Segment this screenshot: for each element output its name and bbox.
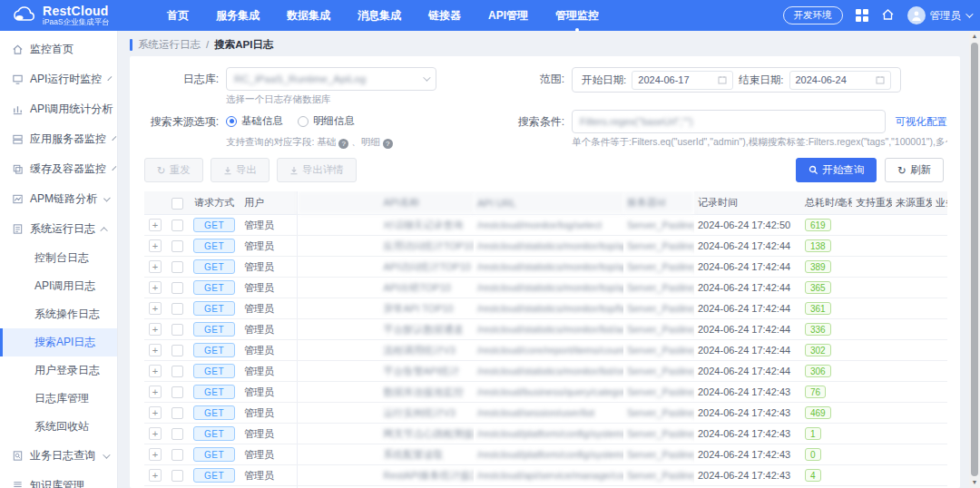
table-row: + GET 管理员 RestAPI服务统计接口 /restcloud/api/s… [144, 465, 947, 486]
row-checkbox[interactable] [172, 282, 183, 294]
sidebar-item-knowledge-base[interactable]: 知识库管理 [0, 471, 117, 488]
condition-input[interactable]: Filters.regex("baseUrl","") [572, 110, 886, 133]
end-date-input[interactable]: 2024-06-24 [789, 71, 891, 90]
server-cell: Server_Pasline_01 [627, 282, 694, 293]
sidebar-item-api-call-logs[interactable]: API调用日志 [0, 272, 117, 300]
brand-name: RestCloud [43, 5, 110, 18]
visual-config-link[interactable]: 可视化配置 [895, 110, 947, 133]
row-checkbox[interactable] [172, 220, 183, 231]
nav-item-message-integration[interactable]: 消息集成 [356, 5, 403, 26]
request-method-badge: GET [193, 364, 235, 378]
sidebar-item-console-logs[interactable]: 控制台日志 [0, 244, 117, 272]
row-checkbox[interactable] [172, 261, 183, 273]
row-checkbox[interactable] [172, 366, 183, 377]
radio-detail-info[interactable]: 明细信息 [298, 114, 355, 128]
nav-item-service-integration[interactable]: 服务集成 [214, 5, 261, 26]
resend-support-cell [852, 424, 892, 444]
expand-row-button[interactable]: + [149, 344, 162, 356]
sidebar-item-cache-container-monitor[interactable]: 缓存及容器监控 [0, 154, 117, 184]
table-row: + GET 管理员 网关节点心跳检测接口 /restcloud/platform… [144, 424, 947, 444]
sidebar-item-search-api-logs[interactable]: 搜索API日志 [0, 328, 117, 356]
export-detail-button[interactable]: 导出详情 [277, 158, 357, 182]
nav-item-home[interactable]: 首页 [165, 5, 191, 26]
scrollbar-thumb[interactable] [971, 43, 978, 476]
resend-button[interactable]: ↻重发 [144, 158, 203, 182]
table-body: + GET 管理员 对话聊天记录查询 /restcloud/monitor/lo… [144, 215, 947, 488]
start-date-input[interactable]: 2024-06-17 [632, 71, 733, 90]
table-row: + GET 管理员 运行实例统计V3 /restcloud/session/us… [144, 403, 947, 424]
row-checkbox[interactable] [172, 324, 183, 336]
refresh-button[interactable]: ↻刷新 [885, 158, 944, 182]
start-query-button[interactable]: 开始查询 [796, 158, 877, 182]
resend-support-cell [852, 403, 892, 424]
logdb-select[interactable]: RC_iPaaS_Runtime_ApiLog [226, 67, 436, 91]
expand-row-button[interactable]: + [149, 406, 162, 419]
record-time-cell: 2024-06-24 17:42:43 [694, 424, 801, 444]
business-tag-cell [932, 424, 947, 444]
user-menu[interactable]: 管理员 [907, 6, 972, 24]
question-icon[interactable]: ? [338, 139, 348, 149]
brand[interactable]: RestCloud iPaaS企业集成平台 [13, 5, 149, 26]
sidebar-item-apm-trace-analysis[interactable]: APM链路分析 [0, 184, 117, 214]
vertical-scrollbar[interactable]: ▲ ▼ [969, 31, 980, 488]
sidebar-item-business-log-query[interactable]: 业务日志查询 [0, 441, 117, 471]
expand-row-button[interactable]: + [149, 365, 162, 377]
api-url-cell: /restcloud/core/report/items/count [477, 345, 623, 356]
expand-row-button[interactable]: + [149, 448, 162, 461]
log-table-wrap: 请求方式 用户 API名称 API URL 服务器Id 记录时间 总耗时/毫秒 … [144, 191, 947, 488]
question-icon[interactable]: ? [383, 139, 393, 149]
api-name-cell: 系统配置读取 [384, 449, 444, 460]
row-checkbox[interactable] [172, 449, 183, 461]
sidebar-item-system-recycle-bin[interactable]: 系统回收站 [0, 413, 117, 441]
sidebar-item-api-runtime-monitor[interactable]: API运行时监控 [0, 64, 117, 94]
range-label: 范围: [514, 67, 572, 91]
calendar-icon [718, 75, 727, 84]
row-checkbox[interactable] [172, 470, 183, 482]
expand-row-button[interactable]: + [149, 239, 162, 252]
home-icon[interactable] [881, 8, 895, 24]
user-cell: 管理员 [240, 382, 297, 403]
breadcrumb-parent[interactable]: 系统运行日志 [138, 38, 201, 52]
source-options-label: 搜索来源选项: [144, 110, 226, 133]
apps-grid-icon[interactable] [856, 9, 868, 22]
nav-item-api-management[interactable]: API管理 [486, 5, 530, 26]
sidebar-item-user-login-logs[interactable]: 用户登录日志 [0, 356, 117, 385]
api-name-cell: 平台告警API统计 [384, 366, 460, 376]
scroll-down-arrow[interactable]: ▼ [972, 477, 978, 488]
record-time-cell: 2024-06-24 17:42:44 [694, 298, 801, 319]
export-button[interactable]: 导出 [211, 158, 270, 182]
server-cell: Server_Pasline_01 [627, 220, 694, 230]
sidebar-item-api-stats-analysis[interactable]: API调用统计分析 [0, 94, 117, 124]
expand-row-button[interactable]: + [149, 219, 162, 231]
sidebar-item-app-server-monitor[interactable]: 应用服务器监控 [0, 124, 117, 154]
sidebar-item-system-operation-logs[interactable]: 系统操作日志 [0, 300, 117, 328]
resend-source-cell [892, 465, 932, 486]
row-checkbox[interactable] [172, 345, 183, 356]
expand-row-button[interactable]: + [149, 302, 162, 315]
api-name-cell: 数据库连接池监控 [384, 386, 464, 397]
select-all-checkbox[interactable] [172, 198, 183, 210]
scroll-up-arrow[interactable]: ▲ [972, 31, 978, 42]
env-badge[interactable]: 开发环境 [783, 6, 843, 24]
user-cell: 管理员 [240, 319, 297, 340]
row-checkbox[interactable] [172, 407, 183, 419]
expand-row-button[interactable]: + [149, 427, 162, 440]
row-checkbox[interactable] [172, 428, 183, 440]
api-url-cell: /restcloud/platform/config/system/param [477, 428, 623, 439]
row-checkbox[interactable] [172, 240, 183, 252]
expand-row-button[interactable]: + [149, 386, 162, 398]
nav-item-connector[interactable]: 链接器 [426, 5, 463, 26]
row-checkbox[interactable] [172, 386, 183, 398]
expand-row-button[interactable]: + [149, 469, 162, 482]
expand-row-button[interactable]: + [149, 323, 162, 336]
nav-item-management-monitor[interactable]: 管理监控 [554, 5, 601, 26]
table-row: + GET 管理员 系统配置读取 /restcloud/platform/con… [144, 444, 947, 465]
sidebar-item-log-db-management[interactable]: 日志库管理 [0, 385, 117, 413]
row-checkbox[interactable] [172, 303, 183, 315]
sidebar-item-monitor-home[interactable]: 监控首页 [0, 34, 117, 64]
sidebar-item-system-run-logs[interactable]: 系统运行日志 [0, 214, 117, 244]
radio-basic-info[interactable]: 基础信息 [226, 114, 283, 128]
nav-item-data-integration[interactable]: 数据集成 [285, 5, 332, 26]
expand-row-button[interactable]: + [149, 281, 162, 294]
expand-row-button[interactable]: + [149, 260, 162, 273]
